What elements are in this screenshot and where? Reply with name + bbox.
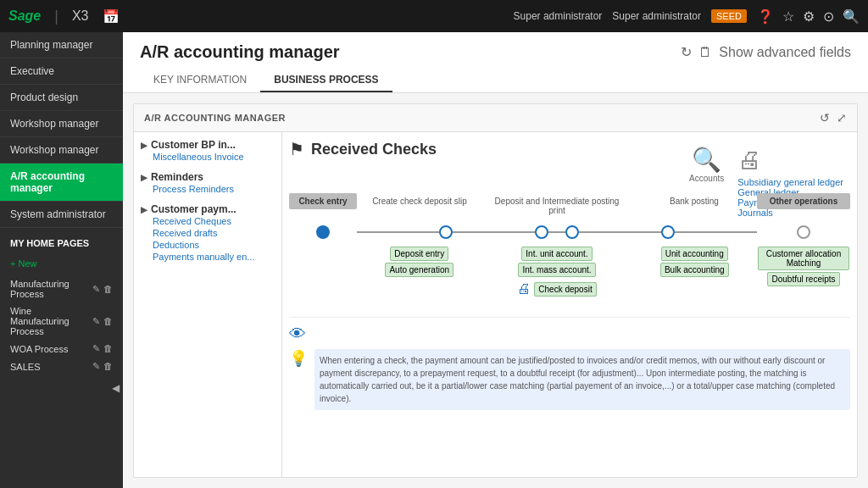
sub-doubtful-receipts[interactable]: Doubtful receipts [767, 272, 839, 286]
help-icon[interactable]: ❓ [757, 8, 774, 25]
user-label-2: Super administrator [612, 10, 701, 22]
lp-group-customer-bp-header[interactable]: ▶ Customer BP in... [141, 139, 275, 151]
step-check-entry[interactable]: Check entry [289, 193, 357, 209]
main-header: A/R accounting manager ↻ 🗒 Show advanced… [123, 32, 868, 93]
edit-woa-icon[interactable]: ✎ [92, 343, 100, 354]
sidebar-collapse-icon[interactable]: ◀ [112, 382, 120, 394]
lp-link-payments-manually[interactable]: Payments manually en... [141, 251, 275, 263]
sidebar-item-ar-accounting[interactable]: A/R accounting manager [0, 164, 123, 202]
sales-label[interactable]: SALES [10, 362, 40, 372]
left-panel: ▶ Customer BP in... Miscellaneous Invoic… [134, 132, 282, 477]
sub-bulk-accounting[interactable]: Bulk accounting [660, 263, 729, 277]
bp-header: A/R ACCOUNTING MANAGER ↺ ⤢ [134, 104, 857, 132]
woa-label[interactable]: WOA Process [10, 344, 68, 354]
delete-wine-icon[interactable]: 🗑 [103, 316, 113, 327]
flag-icon: ⚑ [289, 139, 304, 159]
step-deposit-intermediate: Deposit and Intermediate posting print [482, 193, 632, 219]
lp-arrow-2: ▶ [141, 173, 147, 182]
woa-actions: ✎ 🗑 [92, 343, 113, 354]
lp-group-customer-paym-label: Customer paym... [151, 203, 236, 215]
bp-box-title: A/R ACCOUNTING MANAGER [144, 113, 286, 123]
sub-deposit-entry[interactable]: Deposit entry [390, 247, 448, 261]
dot-deposit-intermediate [535, 225, 548, 239]
nav-separator: | [54, 8, 58, 25]
lp-link-deductions[interactable]: Deductions [141, 239, 275, 251]
dot-check-entry [316, 225, 330, 239]
bottom-icon-1: 👁 [289, 324, 306, 344]
sidebar-item-planning[interactable]: Planning manager [0, 32, 123, 58]
refresh-icon[interactable]: ↻ [681, 44, 692, 60]
rc-title: Received Checks [311, 141, 437, 158]
show-advanced-icon: 🗒 [698, 45, 712, 60]
process-flow: Check entry Create check deposit slip De… [289, 193, 850, 297]
sidebar-item-system-admin[interactable]: System administrator [0, 202, 123, 228]
sub-int-unit[interactable]: Int. unit account. [521, 247, 592, 261]
manufacturing-actions: ✎ 🗑 [92, 284, 113, 295]
accounts-label: Accounts [689, 174, 724, 183]
accounts-icon-box[interactable]: 🔍 Accounts [689, 146, 724, 183]
settings-icon[interactable]: ⚙ [803, 8, 815, 25]
bp-header-icons: ↺ ⤢ [820, 111, 847, 125]
dot-bank-posting [661, 225, 675, 239]
sidebar-item-product-design[interactable]: Product design [0, 85, 123, 111]
seed-badge[interactable]: SEED [711, 9, 747, 23]
lp-link-process-reminders[interactable]: Process Reminders [141, 183, 275, 195]
step-other-operations[interactable]: Other operations [757, 193, 850, 209]
home-page-wine: Wine Manufacturing Process ✎ 🗑 [0, 302, 123, 340]
bottom-bulb-icon: 💡 [289, 349, 308, 368]
header-actions: ↻ 🗒 Show advanced fields [681, 44, 851, 60]
page-title: A/R accounting manager [140, 42, 340, 62]
delete-manufacturing-icon[interactable]: 🗑 [103, 284, 113, 295]
edit-wine-icon[interactable]: ✎ [92, 316, 100, 327]
subsidiary-link[interactable]: Subsidiary general ledger [737, 177, 843, 187]
delete-sales-icon[interactable]: 🗑 [103, 361, 113, 372]
edit-manufacturing-icon[interactable]: ✎ [92, 284, 100, 295]
sub-unit-accounting[interactable]: Unit accounting [661, 247, 728, 261]
home-page-manufacturing: Manufacturing Process ✎ 🗑 [0, 275, 123, 302]
lp-group-customer-bp: ▶ Customer BP in... Miscellaneous Invoic… [141, 139, 275, 163]
wine-actions: ✎ 🗑 [92, 316, 113, 327]
lp-link-misc-invoice[interactable]: Miscellaneous Invoice [141, 151, 275, 163]
globe-icon[interactable]: ⊙ [823, 8, 834, 25]
bp-body: ▶ Customer BP in... Miscellaneous Invoic… [134, 132, 857, 477]
new-home-page-button[interactable]: + New [0, 255, 123, 272]
dot-other-ops [797, 225, 810, 239]
lp-arrow-1: ▶ [141, 141, 147, 150]
search-icon[interactable]: 🔍 [843, 8, 860, 25]
right-panel: ⚑ Received Checks 🔍 Accounts 🖨 Subs [282, 132, 857, 477]
user-label-1: Super administrator [514, 10, 603, 22]
tab-key-information[interactable]: KEY INFORMATION [140, 69, 260, 92]
bp-refresh-icon[interactable]: ↺ [820, 111, 830, 125]
tab-business-process[interactable]: BUSINESS PROCESS [260, 69, 392, 92]
sub-check-deposit[interactable]: Check deposit [534, 282, 596, 297]
step-create-deposit: Create check deposit slip [357, 193, 482, 209]
lp-group-customer-paym-header[interactable]: ▶ Customer paym... [141, 203, 275, 215]
edit-sales-icon[interactable]: ✎ [92, 361, 100, 372]
sub-customer-allocation[interactable]: Customer allocation Matching [758, 247, 849, 270]
x3-app-icon[interactable]: X3 [69, 5, 92, 27]
lp-group-reminders-label: Reminders [151, 171, 203, 183]
printer-icon[interactable]: 🖨 [737, 146, 761, 174]
bp-expand-icon[interactable]: ⤢ [837, 111, 847, 125]
home-page-sales: SALES ✎ 🗑 [0, 358, 123, 375]
calendar-icon[interactable]: 📅 [99, 5, 123, 28]
delete-woa-icon[interactable]: 🗑 [103, 343, 113, 354]
sidebar: Planning manager Executive Product desig… [0, 32, 123, 488]
wine-label[interactable]: Wine Manufacturing Process [10, 306, 92, 336]
sidebar-item-workshop-1[interactable]: Workshop manager [0, 111, 123, 137]
main-layout: Planning manager Executive Product desig… [0, 32, 868, 488]
top-nav-right: Super administrator Super administrator … [514, 8, 860, 25]
star-icon[interactable]: ☆ [782, 8, 794, 25]
sub-int-mass[interactable]: Int. mass account. [518, 263, 595, 277]
lp-link-received-drafts[interactable]: Received drafts [141, 227, 275, 239]
sidebar-item-workshop-2[interactable]: Workshop manager [0, 137, 123, 164]
home-page-woa: WOA Process ✎ 🗑 [0, 340, 123, 358]
sidebar-item-executive[interactable]: Executive [0, 58, 123, 85]
sub-auto-generation[interactable]: Auto generation [385, 263, 453, 277]
main-content: A/R accounting manager ↻ 🗒 Show advanced… [123, 32, 868, 488]
show-advanced-label[interactable]: Show advanced fields [719, 45, 851, 60]
lp-group-reminders-header[interactable]: ▶ Reminders [141, 171, 275, 183]
step-bank-posting: Bank posting [632, 193, 757, 209]
manufacturing-label[interactable]: Manufacturing Process [10, 279, 92, 299]
lp-link-received-cheques[interactable]: Received Cheques [141, 215, 275, 227]
